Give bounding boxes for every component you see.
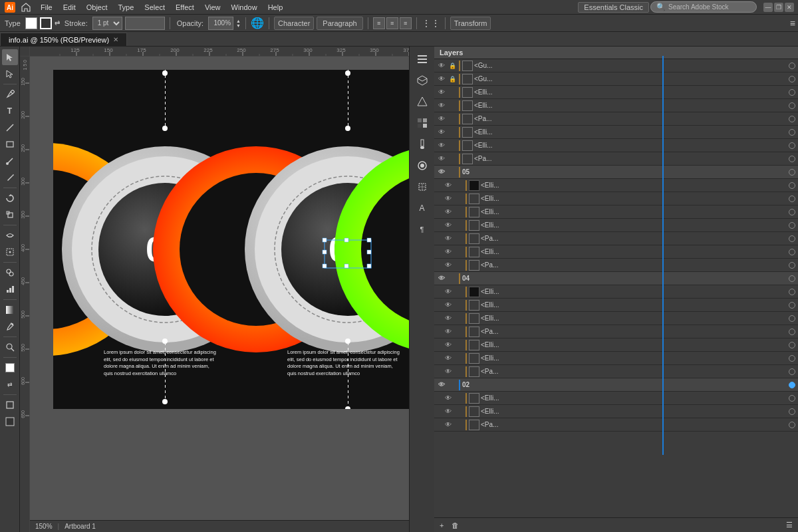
scale-tool[interactable] <box>2 207 18 223</box>
layer-item[interactable]: 👁 <Elli... <box>434 126 798 139</box>
menu-file[interactable]: File <box>36 2 57 13</box>
layer-item[interactable]: 👁 <Pa... <box>434 418 798 432</box>
transform-button[interactable]: Transform <box>450 17 491 30</box>
menu-object[interactable]: Object <box>82 2 112 13</box>
menu-select[interactable]: Select <box>140 2 170 13</box>
shape-builder-tool[interactable] <box>2 265 18 281</box>
layer-item[interactable]: 👁 <Elli... <box>434 338 798 352</box>
lock-icon[interactable]: 🔒 <box>448 74 457 84</box>
menu-window[interactable]: Window <box>227 2 262 13</box>
visibility-icon[interactable]: 👁 <box>444 327 453 336</box>
graph-tool[interactable] <box>2 281 18 297</box>
close-button[interactable]: ✕ <box>785 3 794 12</box>
visibility-icon[interactable]: 👁 <box>437 168 446 177</box>
layer-item[interactable]: 👁 <Pa... <box>434 232 798 245</box>
delete-layer-button[interactable]: 🗑 <box>449 520 462 531</box>
menu-view[interactable]: View <box>200 2 225 13</box>
layer-item[interactable]: 👁 <Pa... <box>434 325 798 338</box>
visibility-icon[interactable]: 👁 <box>444 367 453 376</box>
layer-item[interactable]: 👁 <Elli... <box>434 285 798 299</box>
layer-item[interactable]: 👁 <Elli... <box>434 299 798 312</box>
swap-icon[interactable]: ⇄ <box>55 19 60 27</box>
search-bar[interactable]: 🔍 Search Adobe Stock <box>650 1 757 13</box>
layer-item[interactable]: 👁 🔒 <Gu... <box>434 59 798 72</box>
layer-item[interactable]: 👁 <Elli... <box>434 352 798 365</box>
symbols-icon[interactable] <box>412 92 432 112</box>
visibility-icon[interactable]: 👁 <box>444 314 453 323</box>
visibility-icon[interactable]: 👁 <box>437 128 446 137</box>
appearance-icon[interactable] <box>412 156 432 176</box>
visibility-icon[interactable]: 👁 <box>437 154 446 164</box>
layer-item[interactable]: 👁 🔒 <Gu... <box>434 72 798 86</box>
visibility-icon[interactable]: 👁 <box>444 301 453 310</box>
swatches-icon[interactable] <box>412 113 432 133</box>
menu-effect[interactable]: Effect <box>171 2 199 13</box>
swap-fill-stroke[interactable]: ⇄ <box>2 376 18 392</box>
opacity-arrows[interactable]: ▲ ▼ <box>236 19 241 28</box>
visibility-icon[interactable]: 👁 <box>437 114 446 124</box>
layer-group-05[interactable]: 👁 05 <box>434 166 798 179</box>
align-icon[interactable]: ¶ <box>412 219 432 239</box>
home-icon[interactable] <box>20 1 32 13</box>
layer-item[interactable]: 👁 <Elli... <box>434 219 798 232</box>
type-tool[interactable]: T <box>2 103 18 119</box>
dots-icon[interactable]: ⋮⋮ <box>422 18 440 29</box>
visibility-icon[interactable]: 👁 <box>444 247 453 257</box>
zoom-tool[interactable] <box>2 339 18 355</box>
gradient-tool[interactable] <box>2 302 18 318</box>
layer-item[interactable]: 👁 <Elli... <box>434 205 798 219</box>
layer-item[interactable]: 👁 <Elli... <box>434 179 798 192</box>
rotate-tool[interactable] <box>2 190 18 206</box>
layer-item[interactable]: 👁 <Elli... <box>434 405 798 418</box>
panel-toggle-icon[interactable]: ≡ <box>790 18 795 29</box>
artboard-icon[interactable]: A <box>412 198 432 218</box>
visibility-icon[interactable]: 👁 <box>437 141 446 150</box>
visibility-icon[interactable]: 👁 <box>444 234 453 243</box>
align-center-icon[interactable]: ≡ <box>386 17 398 29</box>
stroke-weight[interactable]: 1 pt <box>92 17 122 30</box>
layers-menu-button[interactable]: ☰ <box>783 519 795 531</box>
restore-button[interactable]: ❐ <box>774 3 783 12</box>
layer-item[interactable]: 👁 <Pa... <box>434 365 798 378</box>
visibility-icon[interactable]: 👁 <box>437 380 446 390</box>
globe-icon[interactable]: 🌐 <box>251 17 264 29</box>
visibility-icon[interactable]: 👁 <box>444 207 453 217</box>
visibility-icon[interactable]: 👁 <box>444 221 453 230</box>
warp-tool[interactable] <box>2 227 18 243</box>
properties-icon[interactable] <box>412 49 432 69</box>
selection-tool[interactable] <box>2 49 18 65</box>
minimize-button[interactable]: — <box>763 3 773 12</box>
visibility-icon[interactable]: 👁 <box>437 88 446 97</box>
stroke-color-swatch[interactable] <box>40 17 52 29</box>
fill-color[interactable] <box>2 360 18 376</box>
visibility-icon[interactable]: 👁 <box>444 394 453 403</box>
pen-tool[interactable] <box>2 86 18 102</box>
visibility-icon[interactable]: 👁 <box>444 194 453 203</box>
layer-item[interactable]: 👁 <Elli... <box>434 99 798 112</box>
draw-mode[interactable] <box>2 397 18 413</box>
character-button[interactable]: Character <box>274 17 314 30</box>
layer-group-04[interactable]: 👁 04 <box>434 272 798 285</box>
layer-item[interactable]: 👁 <Elli... <box>434 245 798 259</box>
paragraph-button[interactable]: Paragraph <box>317 17 362 30</box>
layer-item[interactable]: 👁 <Pa... <box>434 112 798 126</box>
direct-select-tool[interactable] <box>2 66 18 82</box>
file-tab[interactable]: info.ai @ 150% (RGB/Preview) ✕ <box>0 33 127 46</box>
libraries-icon[interactable] <box>412 70 432 90</box>
paintbrush-tool[interactable] <box>2 153 18 169</box>
screen-mode[interactable] <box>2 414 18 430</box>
layer-item[interactable]: 👁 <Elli... <box>434 192 798 205</box>
visibility-icon[interactable]: 👁 <box>444 354 453 363</box>
layer-item[interactable]: 👁 <Elli... <box>434 86 798 99</box>
menu-edit[interactable]: Edit <box>59 2 80 13</box>
visibility-icon[interactable]: 👁 <box>437 61 446 70</box>
visibility-icon[interactable]: 👁 <box>444 407 453 416</box>
tab-close-icon[interactable]: ✕ <box>113 36 118 43</box>
visibility-icon[interactable]: 👁 <box>444 420 453 430</box>
align-right-icon[interactable]: ≡ <box>400 17 412 29</box>
eyedropper-tool[interactable] <box>2 319 18 334</box>
visibility-icon[interactable]: 👁 <box>444 287 453 297</box>
visibility-icon[interactable]: 👁 <box>437 74 446 84</box>
layer-item[interactable]: 👁 <Pa... <box>434 152 798 166</box>
essentials-button[interactable]: Essentials Classic <box>578 2 649 13</box>
